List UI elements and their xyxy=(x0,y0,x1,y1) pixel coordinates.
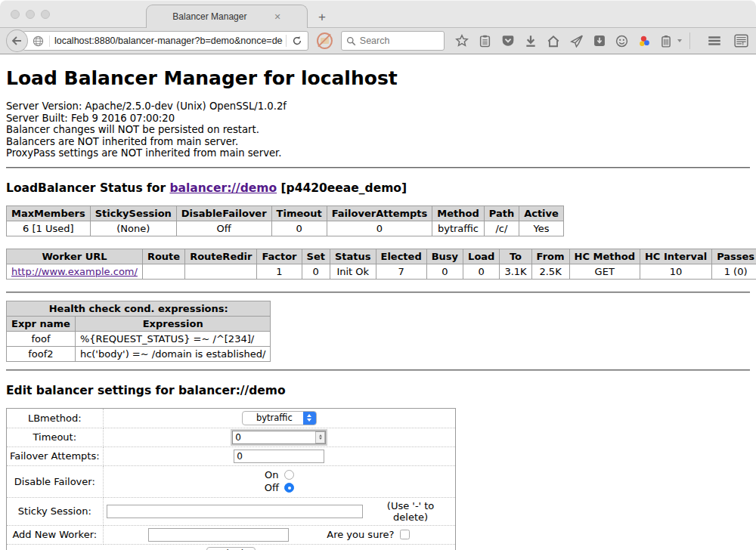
section-divider xyxy=(6,292,750,293)
are-you-sure-checkbox[interactable] xyxy=(400,530,410,539)
window-zoom-button[interactable] xyxy=(41,10,50,19)
column-header: HC Interval xyxy=(640,249,711,264)
table-cell: 1 xyxy=(257,264,302,279)
balancer-demo-link[interactable]: balancer://demo xyxy=(169,181,277,195)
status-heading: LoadBalancer Status for balancer://demo … xyxy=(6,181,750,195)
column-header: StickySession xyxy=(90,205,176,221)
chat-button[interactable] xyxy=(614,33,630,49)
table-cell: Yes xyxy=(519,221,564,236)
window-close-button[interactable] xyxy=(11,10,20,19)
table-row: foof2 hc('body') =~ /domain is establish… xyxy=(7,346,271,361)
form-row: Timeout: xyxy=(7,428,456,446)
tab-balancer-manager[interactable]: Balancer Manager ✕ xyxy=(146,5,308,28)
are-you-sure-label: Are you sure? xyxy=(327,529,394,540)
table-header-row: MaxMembers StickySession DisableFailover… xyxy=(7,205,564,221)
battery-button[interactable] xyxy=(659,33,673,49)
disable-failover-label: Disable Failover: xyxy=(7,465,104,497)
column-header: Expr name xyxy=(7,316,76,331)
table-cell: 3.1K xyxy=(500,264,531,279)
send-button[interactable] xyxy=(569,33,585,49)
table-cell: GET xyxy=(569,264,640,279)
table-row: 6 [1 Used] (None) Off 0 0 bytraffic /c/ … xyxy=(7,221,564,236)
info-line: Server Version: Apache/2.5.0-dev (Unix) … xyxy=(6,100,750,113)
home-button[interactable] xyxy=(545,33,562,49)
form-row: Disable Failover: On Off xyxy=(7,465,456,497)
info-line: Balancers are NOT inherited from main se… xyxy=(6,136,750,148)
radio-off-label: Off xyxy=(265,482,279,494)
table-cell: 2.5K xyxy=(531,264,569,279)
add-worker-input[interactable] xyxy=(148,528,289,542)
health-check-table: Health check cond. expressions: Expr nam… xyxy=(6,301,271,362)
tab-title: Balancer Manager xyxy=(172,11,246,22)
lbmethod-select[interactable]: bytraffic xyxy=(242,411,317,425)
column-header: HC Method xyxy=(569,249,640,264)
form-row: Sticky Session: (Use '-' to delete) xyxy=(7,497,456,525)
edit-settings-heading: Edit balancer settings for balancer://de… xyxy=(6,384,750,397)
content-blocker-icon[interactable] xyxy=(317,32,333,49)
column-header: Status xyxy=(330,249,376,264)
download-box-button[interactable] xyxy=(592,33,607,48)
url-divider xyxy=(286,35,287,47)
table-cell: 7 xyxy=(376,264,426,279)
column-header: Timeout xyxy=(271,205,327,221)
form-row: Add New Worker: Are you sure? xyxy=(7,525,456,544)
reload-button[interactable] xyxy=(290,36,308,46)
extension-grid-button[interactable] xyxy=(733,32,750,49)
table-cell: hc('body') =~ /domain is established/ xyxy=(75,346,271,361)
window-minimize-button[interactable] xyxy=(26,10,35,19)
bookmark-star-icon xyxy=(455,34,469,48)
worker-url-link[interactable]: http://www.example.com/ xyxy=(11,266,138,277)
section-divider xyxy=(6,167,750,168)
search-icon xyxy=(346,36,356,46)
number-spinner-icon[interactable] xyxy=(315,431,325,443)
sticky-session-hint: (Use '-' to delete) xyxy=(369,500,452,523)
lbmethod-label: LBmethod: xyxy=(7,408,104,428)
column-header: From xyxy=(531,249,569,264)
back-button[interactable] xyxy=(6,29,28,52)
disable-failover-on-radio[interactable] xyxy=(284,470,294,480)
navigation-toolbar xyxy=(0,28,756,54)
url-bar xyxy=(23,31,308,51)
column-header: Worker URL xyxy=(7,249,143,264)
reading-list-button[interactable] xyxy=(477,33,493,49)
colordots-button[interactable] xyxy=(637,33,652,49)
column-header: Busy xyxy=(426,249,463,264)
table-cell: 0 xyxy=(327,221,432,236)
form-row: LBmethod: bytraffic xyxy=(7,408,456,428)
menu-group xyxy=(682,32,750,49)
column-header: FailoverAttempts xyxy=(327,205,432,221)
table-cell: foof2 xyxy=(7,346,76,361)
failover-attempts-input[interactable] xyxy=(234,450,324,463)
search-input[interactable] xyxy=(360,36,435,46)
new-tab-button[interactable]: + xyxy=(318,11,326,23)
table-cell: foof xyxy=(7,331,76,346)
bookmark-star-button[interactable] xyxy=(454,32,470,49)
disable-failover-off-radio[interactable] xyxy=(284,483,294,493)
server-info: Server Version: Apache/2.5.0-dev (Unix) … xyxy=(6,100,750,159)
column-header: Factor xyxy=(257,249,302,264)
column-header: Active xyxy=(519,205,564,221)
submit-button[interactable]: Submit xyxy=(206,547,256,550)
table-cell: 0 xyxy=(426,264,463,279)
colordots-icon xyxy=(638,35,651,48)
sticky-session-input[interactable] xyxy=(107,505,364,518)
select-stepper-icon xyxy=(303,411,316,425)
column-header: Path xyxy=(484,205,519,221)
downloads-button[interactable] xyxy=(523,33,538,49)
balancer-status-table: MaxMembers StickySession DisableFailover… xyxy=(6,205,564,236)
pocket-icon xyxy=(501,35,515,48)
globe-icon xyxy=(33,36,50,47)
edit-balancer-form: LBmethod: bytraffic Timeout: xyxy=(6,408,456,550)
menu-button[interactable] xyxy=(705,33,723,48)
table-cell: 10 xyxy=(640,264,711,279)
column-header: Passes xyxy=(712,249,756,264)
timeout-input[interactable] xyxy=(232,431,326,444)
failover-attempts-label: Failover Attempts: xyxy=(7,446,104,465)
column-header: MaxMembers xyxy=(7,205,91,221)
url-input[interactable] xyxy=(54,36,283,46)
section-divider xyxy=(6,369,750,371)
timeout-label: Timeout: xyxy=(7,428,104,446)
tab-close-icon[interactable]: ✕ xyxy=(274,12,280,22)
info-line: Server Built: Feb 9 2016 07:00:20 xyxy=(6,113,750,125)
pocket-button[interactable] xyxy=(500,33,516,49)
